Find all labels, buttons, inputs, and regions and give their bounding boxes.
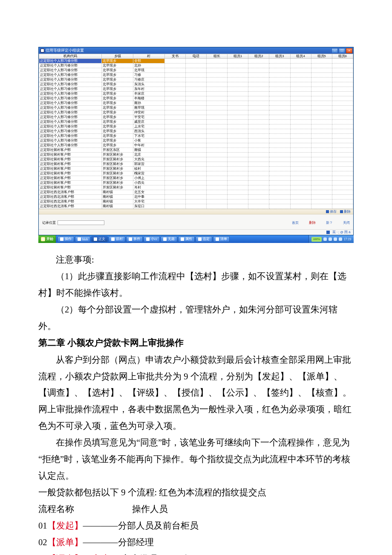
- taskbar-task[interactable]: 设村: [109, 236, 125, 242]
- taskbar-task[interactable]: 清单: [213, 236, 230, 242]
- table-row[interactable]: 正定联社西北清客户部南村镇北中奉: [39, 195, 353, 199]
- table-cell: [290, 143, 311, 148]
- table-row[interactable]: 正定联社个人部习修分部北早现乡东年村: [39, 87, 353, 92]
- table-cell: [207, 190, 228, 195]
- table-row[interactable]: 正定联社个人部习修分部北早现乡南早现: [39, 106, 353, 110]
- table-cell: [269, 185, 290, 190]
- grid-header-cell[interactable]: 村: [133, 54, 165, 59]
- mini-save-button[interactable]: 保存: [326, 210, 337, 214]
- table-cell: 北早现乡: [102, 110, 133, 115]
- table-row[interactable]: 正定联社个人部习修分部北早现乡小客: [39, 139, 353, 143]
- table-cell: [185, 204, 206, 209]
- table-row[interactable]: 正定联社个人部习修分部北早现乡平安宅: [39, 115, 353, 120]
- table-cell: [164, 96, 185, 101]
- table-row[interactable]: 正定联社留村客户部开发区留村乡槐家营: [39, 171, 353, 176]
- close-button[interactable]: ×: [346, 48, 352, 53]
- minimize-button[interactable]: –: [331, 48, 338, 53]
- table-cell: [207, 171, 228, 176]
- table-row[interactable]: 正定联社个人部习修分部北早现乡中年村: [39, 143, 353, 148]
- taskbar-task[interactable]: 小cc: [144, 236, 160, 242]
- table-cell: [185, 143, 206, 148]
- table-cell: [290, 157, 311, 162]
- table-row[interactable]: 正定联社个人部习修分部北早现乡上水宅: [39, 124, 353, 129]
- table-cell: [228, 120, 248, 124]
- delete-icon: [340, 210, 343, 213]
- grid-header-cell[interactable]: 机构代码: [39, 54, 102, 59]
- table-cell: [228, 185, 248, 190]
- table-cell: [185, 92, 206, 96]
- table-row[interactable]: 正定联社个人部习修分部北早现乡丰顺楼: [39, 96, 353, 101]
- footer-prev-button[interactable]: 首页: [292, 221, 299, 225]
- table-row[interactable]: 正定联社留村客户部开发区留村乡稜村: [39, 167, 353, 171]
- table-row[interactable]: 正定联社个人部习修分部北早现乡西清头: [39, 129, 353, 134]
- table-row[interactable]: 正定联社个人部习修分部北早现乡戚里庄: [39, 120, 353, 124]
- table-row[interactable]: 正定联社个人部习修分部北早现乡东清头: [39, 82, 353, 87]
- table-row[interactable]: 正定联社个人部习修分部北早现乡北孙: [39, 64, 353, 68]
- table-row[interactable]: 正定联社个人部习修分部北早现乡下水宅: [39, 134, 353, 139]
- grid-header-cell[interactable]: 组员3: [269, 54, 290, 59]
- table-row[interactable]: 正定联社留村客户部开发区留村乡小傅上: [39, 176, 353, 181]
- grid-header-cell[interactable]: 组员5: [311, 54, 332, 59]
- table-cell: [332, 59, 353, 64]
- table-cell: [269, 115, 290, 120]
- taskbar-task[interactable]: blob: [75, 236, 90, 242]
- tray-icon: [334, 237, 337, 241]
- table-cell: [164, 92, 185, 96]
- table-cell: [269, 68, 290, 73]
- table-row[interactable]: 正定联社个人部习修分部北早现乡丰家庄: [39, 92, 353, 96]
- table-row[interactable]: 正定联社留村客户部开发区留村乡郭家营: [39, 162, 353, 167]
- data-grid[interactable]: 机构代码乡镇村支书电话组长组员1组员2组员3组员4组员5组员6 正定联社个人部习…: [39, 54, 353, 209]
- table-cell: [248, 64, 269, 68]
- footer-new-button[interactable]: 新？: [326, 221, 333, 225]
- table-row[interactable]: 正定联社留村客户部开发区东区南镇: [39, 148, 353, 153]
- table-row[interactable]: 正定联社个人部习修分部北早现乡习修庄: [39, 78, 353, 82]
- grid-header-cell[interactable]: 组员1: [228, 54, 248, 59]
- taskbar-task[interactable]: 操作: [58, 236, 74, 242]
- task-label: 无题: [168, 237, 175, 241]
- table-cell: [332, 124, 353, 129]
- table-row[interactable]: 正定联社个人部习修分部北早现乡全部: [39, 59, 353, 64]
- table-row[interactable]: 正定联社西北清客户部南村镇大丰宅: [39, 199, 353, 204]
- grid-mini-toolbar: 保存 删除: [39, 209, 353, 214]
- table-row[interactable]: 正定联社个人部习修分部北早现乡南孙: [39, 101, 353, 106]
- grid-header-cell[interactable]: 组长: [207, 54, 228, 59]
- table-cell: 开发区留村乡: [102, 171, 133, 176]
- table-cell: [311, 157, 332, 162]
- taskbar-task[interactable]: 事件: [126, 236, 143, 242]
- table-cell: [269, 157, 290, 162]
- table-row[interactable]: 正定联社西北清客户部南村镇东堤口: [39, 204, 353, 209]
- taskbar-task[interactable]: 正文: [91, 236, 108, 242]
- table-cell: 正定联社个人部习修分部: [39, 120, 102, 124]
- grid-header-cell[interactable]: 电话: [185, 54, 206, 59]
- grid-header-cell[interactable]: 组员6: [332, 54, 353, 59]
- table-cell: [311, 148, 332, 153]
- table-row[interactable]: 正定联社留村客户部开发区留村乡北庄: [39, 153, 353, 157]
- grid-header-cell[interactable]: 支书: [164, 54, 185, 59]
- flow-header: 流程名称 操作人员: [38, 501, 354, 517]
- taskbar-task[interactable]: 选定: [196, 236, 212, 242]
- record-pos-input[interactable]: [58, 220, 104, 225]
- table-row[interactable]: 正定联社留村客户部开发区留村乡小西尖: [39, 181, 353, 185]
- table-cell: [290, 195, 311, 199]
- grid-header-cell[interactable]: 组员2: [248, 54, 269, 59]
- table-row[interactable]: 正定联社留村客户部开发区留村乡大西尖: [39, 157, 353, 162]
- table-row[interactable]: 正定联社西北清客户部南村镇北五女: [39, 190, 353, 195]
- grid-header-cell[interactable]: 乡镇: [102, 54, 133, 59]
- table-cell: 正定联社个人部习修分部: [39, 68, 102, 73]
- table-row[interactable]: 正定联社个人部习修分部北早现乡习修: [39, 73, 353, 78]
- table-cell: [269, 59, 290, 64]
- table-cell: [228, 157, 248, 162]
- mini-delete-button[interactable]: 删除: [340, 210, 351, 214]
- grid-header-cell[interactable]: 组员4: [290, 54, 311, 59]
- maximize-button[interactable]: □: [339, 48, 345, 53]
- table-row[interactable]: 正定联社个人部习修分部北早现乡仲安村: [39, 110, 353, 115]
- taskbar-task[interactable]: 属性: [178, 236, 195, 242]
- table-row[interactable]: 正定联社留村客户部开发区留村乡耳村: [39, 185, 353, 190]
- footer-del-button[interactable]: 删除: [309, 221, 316, 225]
- table-cell: [185, 96, 206, 101]
- start-button[interactable]: 开始: [38, 235, 56, 243]
- table-cell: [248, 139, 269, 143]
- table-row[interactable]: 正定联社个人部习修分部北早现乡北早现: [39, 68, 353, 73]
- taskbar-task[interactable]: 无题: [161, 236, 177, 242]
- footer-close-button[interactable]: 关闭: [343, 221, 350, 225]
